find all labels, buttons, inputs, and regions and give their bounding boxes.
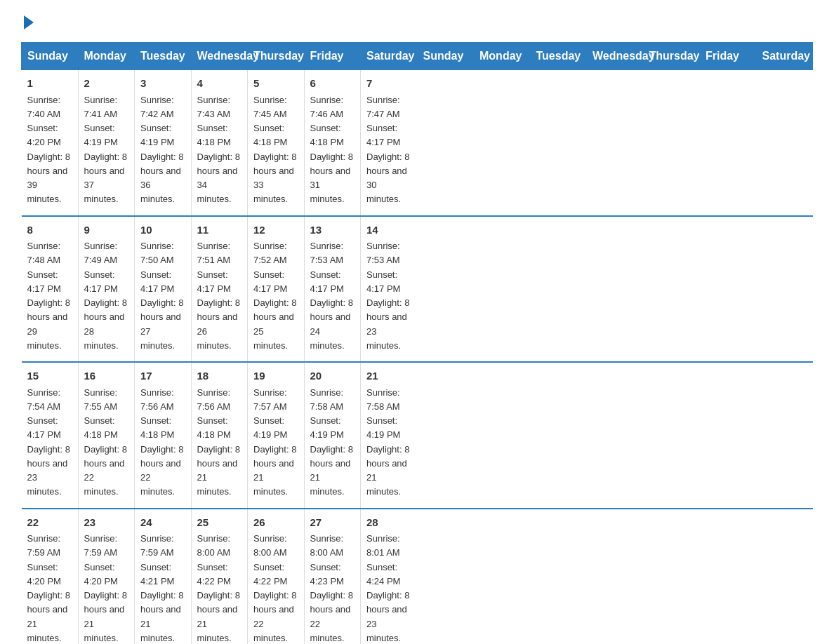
calendar-day-cell: 19Sunrise: 7:57 AMSunset: 4:19 PMDayligh… xyxy=(248,362,305,509)
day-header-saturday: Saturday xyxy=(756,43,813,70)
calendar-day-cell: 10Sunrise: 7:50 AMSunset: 4:17 PMDayligh… xyxy=(135,216,192,363)
day-info: Sunrise: 7:53 AMSunset: 4:17 PMDaylight:… xyxy=(366,241,409,351)
day-header-friday: Friday xyxy=(304,43,361,70)
calendar-day-cell: 25Sunrise: 8:00 AMSunset: 4:22 PMDayligh… xyxy=(191,509,248,645)
calendar-day-cell: 13Sunrise: 7:53 AMSunset: 4:17 PMDayligh… xyxy=(304,216,361,363)
day-number: 8 xyxy=(27,222,72,239)
day-number: 19 xyxy=(253,368,298,384)
calendar-table: SundayMondayTuesdayWednesdayThursdayFrid… xyxy=(21,42,813,644)
day-number: 22 xyxy=(27,515,72,531)
calendar-day-cell: 18Sunrise: 7:56 AMSunset: 4:18 PMDayligh… xyxy=(191,362,248,509)
day-info: Sunrise: 7:59 AMSunset: 4:20 PMDaylight:… xyxy=(27,533,70,643)
calendar-day-cell: 6Sunrise: 7:46 AMSunset: 4:18 PMDaylight… xyxy=(304,70,361,216)
day-header-friday: Friday xyxy=(700,43,757,70)
day-info: Sunrise: 7:47 AMSunset: 4:17 PMDaylight:… xyxy=(366,95,409,205)
day-number: 15 xyxy=(27,368,72,384)
day-info: Sunrise: 7:45 AMSunset: 4:18 PMDaylight:… xyxy=(253,95,296,205)
day-info: Sunrise: 7:55 AMSunset: 4:18 PMDaylight:… xyxy=(84,387,127,497)
day-info: Sunrise: 7:58 AMSunset: 4:19 PMDaylight:… xyxy=(366,387,409,497)
day-number: 26 xyxy=(253,515,298,531)
day-header-saturday: Saturday xyxy=(361,43,418,70)
calendar-day-cell: 23Sunrise: 7:59 AMSunset: 4:20 PMDayligh… xyxy=(78,509,135,645)
day-info: Sunrise: 7:48 AMSunset: 4:17 PMDaylight:… xyxy=(27,241,70,351)
calendar-day-cell: 7Sunrise: 7:47 AMSunset: 4:17 PMDaylight… xyxy=(361,70,418,216)
calendar-day-cell: 8Sunrise: 7:48 AMSunset: 4:17 PMDaylight… xyxy=(22,216,79,363)
day-info: Sunrise: 7:41 AMSunset: 4:19 PMDaylight:… xyxy=(84,95,127,205)
calendar-day-cell: 9Sunrise: 7:49 AMSunset: 4:17 PMDaylight… xyxy=(78,216,135,363)
calendar-day-cell: 4Sunrise: 7:43 AMSunset: 4:18 PMDaylight… xyxy=(191,70,248,216)
day-info: Sunrise: 7:59 AMSunset: 4:20 PMDaylight:… xyxy=(84,533,127,643)
calendar-day-cell: 2Sunrise: 7:41 AMSunset: 4:19 PMDaylight… xyxy=(78,70,135,216)
calendar-day-cell: 27Sunrise: 8:00 AMSunset: 4:23 PMDayligh… xyxy=(304,509,361,645)
calendar-day-cell: 28Sunrise: 8:01 AMSunset: 4:24 PMDayligh… xyxy=(361,509,418,645)
logo-arrow-icon xyxy=(24,15,34,29)
day-info: Sunrise: 7:52 AMSunset: 4:17 PMDaylight:… xyxy=(253,241,296,351)
day-number: 6 xyxy=(310,76,355,92)
day-number: 13 xyxy=(310,222,355,239)
day-number: 18 xyxy=(197,368,242,384)
day-number: 4 xyxy=(197,76,242,92)
day-number: 28 xyxy=(366,515,411,531)
calendar-day-cell: 15Sunrise: 7:54 AMSunset: 4:17 PMDayligh… xyxy=(22,362,79,509)
calendar-day-cell: 12Sunrise: 7:52 AMSunset: 4:17 PMDayligh… xyxy=(248,216,305,363)
day-info: Sunrise: 7:56 AMSunset: 4:18 PMDaylight:… xyxy=(197,387,240,497)
day-info: Sunrise: 7:59 AMSunset: 4:21 PMDaylight:… xyxy=(140,533,183,643)
day-header-wednesday: Wednesday xyxy=(587,43,644,70)
day-number: 17 xyxy=(140,368,185,384)
day-info: Sunrise: 7:50 AMSunset: 4:17 PMDaylight:… xyxy=(140,241,183,351)
day-info: Sunrise: 8:00 AMSunset: 4:23 PMDaylight:… xyxy=(310,533,353,643)
day-number: 27 xyxy=(310,515,355,531)
page-header xyxy=(21,14,813,28)
calendar-week-row: 22Sunrise: 7:59 AMSunset: 4:20 PMDayligh… xyxy=(22,509,813,645)
day-number: 20 xyxy=(310,368,355,384)
day-info: Sunrise: 7:51 AMSunset: 4:17 PMDaylight:… xyxy=(197,241,240,351)
calendar-day-cell: 22Sunrise: 7:59 AMSunset: 4:20 PMDayligh… xyxy=(22,509,79,645)
day-number: 23 xyxy=(84,515,129,531)
day-number: 3 xyxy=(140,76,185,92)
day-number: 12 xyxy=(253,222,298,239)
calendar-week-row: 1Sunrise: 7:40 AMSunset: 4:20 PMDaylight… xyxy=(22,70,813,216)
calendar-day-cell: 11Sunrise: 7:51 AMSunset: 4:17 PMDayligh… xyxy=(191,216,248,363)
day-header-monday: Monday xyxy=(474,43,531,70)
day-info: Sunrise: 7:54 AMSunset: 4:17 PMDaylight:… xyxy=(27,387,70,497)
day-header-tuesday: Tuesday xyxy=(135,43,192,70)
calendar-day-cell: 3Sunrise: 7:42 AMSunset: 4:19 PMDaylight… xyxy=(135,70,192,216)
calendar-day-cell: 14Sunrise: 7:53 AMSunset: 4:17 PMDayligh… xyxy=(361,216,418,363)
calendar-day-cell: 26Sunrise: 8:00 AMSunset: 4:22 PMDayligh… xyxy=(248,509,305,645)
day-number: 2 xyxy=(84,76,129,92)
day-info: Sunrise: 7:43 AMSunset: 4:18 PMDaylight:… xyxy=(197,95,240,205)
day-number: 14 xyxy=(366,222,411,239)
day-number: 11 xyxy=(197,222,242,239)
day-header-thursday: Thursday xyxy=(643,43,700,70)
day-header-thursday: Thursday xyxy=(248,43,305,70)
day-info: Sunrise: 7:49 AMSunset: 4:17 PMDaylight:… xyxy=(84,241,127,351)
calendar-header-row: SundayMondayTuesdayWednesdayThursdayFrid… xyxy=(22,43,813,70)
day-header-tuesday: Tuesday xyxy=(530,43,587,70)
day-info: Sunrise: 7:42 AMSunset: 4:19 PMDaylight:… xyxy=(140,95,183,205)
day-info: Sunrise: 7:46 AMSunset: 4:18 PMDaylight:… xyxy=(310,95,353,205)
day-info: Sunrise: 8:01 AMSunset: 4:24 PMDaylight:… xyxy=(366,533,409,643)
calendar-day-cell: 20Sunrise: 7:58 AMSunset: 4:19 PMDayligh… xyxy=(304,362,361,509)
day-header-monday: Monday xyxy=(78,43,135,70)
day-info: Sunrise: 7:53 AMSunset: 4:17 PMDaylight:… xyxy=(310,241,353,351)
logo xyxy=(21,14,34,28)
day-number: 5 xyxy=(253,76,298,92)
calendar-day-cell: 17Sunrise: 7:56 AMSunset: 4:18 PMDayligh… xyxy=(135,362,192,509)
day-number: 24 xyxy=(140,515,185,531)
day-header-wednesday: Wednesday xyxy=(191,43,248,70)
calendar-week-row: 8Sunrise: 7:48 AMSunset: 4:17 PMDaylight… xyxy=(22,216,813,363)
day-info: Sunrise: 8:00 AMSunset: 4:22 PMDaylight:… xyxy=(197,533,240,643)
day-number: 7 xyxy=(366,76,411,92)
day-info: Sunrise: 8:00 AMSunset: 4:22 PMDaylight:… xyxy=(253,533,296,643)
calendar-day-cell: 1Sunrise: 7:40 AMSunset: 4:20 PMDaylight… xyxy=(22,70,79,216)
day-number: 16 xyxy=(84,368,129,384)
day-number: 25 xyxy=(197,515,242,531)
calendar-day-cell: 16Sunrise: 7:55 AMSunset: 4:18 PMDayligh… xyxy=(78,362,135,509)
day-info: Sunrise: 7:58 AMSunset: 4:19 PMDaylight:… xyxy=(310,387,353,497)
day-number: 10 xyxy=(140,222,185,239)
calendar-day-cell: 21Sunrise: 7:58 AMSunset: 4:19 PMDayligh… xyxy=(361,362,418,509)
day-number: 9 xyxy=(84,222,129,239)
day-header-sunday: Sunday xyxy=(22,43,79,70)
day-header-sunday: Sunday xyxy=(417,43,474,70)
calendar-day-cell: 24Sunrise: 7:59 AMSunset: 4:21 PMDayligh… xyxy=(135,509,192,645)
